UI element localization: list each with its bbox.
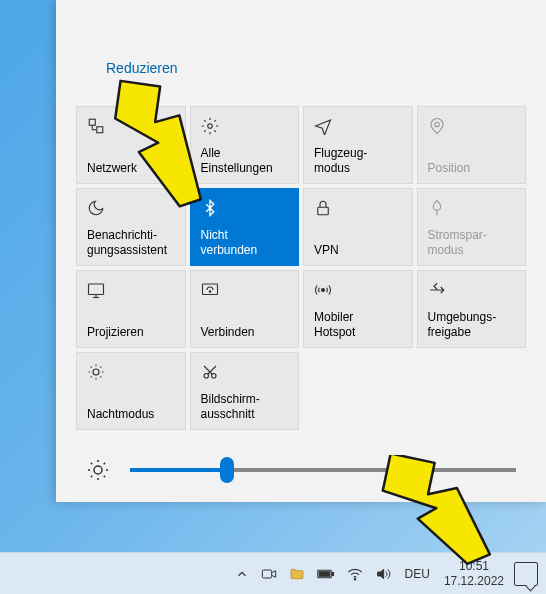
quick-action-tiles: Netzwerk Alle Einstellungen Flugzeug- mo… — [76, 106, 526, 430]
tile-project[interactable]: Projizieren — [76, 270, 186, 348]
action-center-panel: Reduzieren Netzwerk Alle Einstellungen F… — [56, 0, 546, 502]
svg-point-17 — [94, 466, 102, 474]
brightness-control — [76, 458, 526, 482]
tile-label: VPN — [314, 243, 402, 257]
tile-nearby-sharing[interactable]: Umgebungs- freigabe — [417, 270, 527, 348]
tile-label: Verbinden — [201, 325, 289, 339]
svg-rect-11 — [202, 284, 217, 295]
battery-icon[interactable] — [317, 567, 335, 581]
nearby-sharing-icon — [428, 279, 516, 301]
tile-label: Netzwerk — [87, 161, 175, 175]
svg-point-14 — [93, 369, 99, 375]
slider-fill — [130, 468, 227, 472]
svg-point-4 — [207, 124, 212, 129]
tile-label: Stromspar- modus — [428, 228, 516, 257]
tile-label: Alle Einstellungen — [201, 146, 289, 175]
tile-night-light[interactable]: Nachtmodus — [76, 352, 186, 430]
clock-time: 10:51 — [444, 559, 504, 573]
clock[interactable]: 10:51 17.12.2022 — [444, 559, 504, 588]
svg-rect-21 — [319, 571, 330, 576]
system-tray — [235, 566, 391, 582]
tray-overflow-icon[interactable] — [235, 567, 249, 581]
connect-icon — [201, 279, 289, 301]
brightness-slider[interactable] — [130, 468, 516, 472]
tile-battery-saver[interactable]: Stromspar- modus — [417, 188, 527, 266]
tile-all-settings[interactable]: Alle Einstellungen — [190, 106, 300, 184]
tile-screen-snip[interactable]: Bildschirm- ausschnitt — [190, 352, 300, 430]
hotspot-icon — [314, 279, 402, 301]
tile-mobile-hotspot[interactable]: Mobiler Hotspot — [303, 270, 413, 348]
tile-location[interactable]: Position — [417, 106, 527, 184]
svg-point-13 — [322, 289, 325, 292]
location-icon — [428, 115, 516, 137]
explorer-icon[interactable] — [289, 566, 305, 582]
gear-icon — [201, 115, 289, 137]
network-icon — [87, 115, 175, 137]
tile-network[interactable]: Netzwerk — [76, 106, 186, 184]
meet-now-icon[interactable] — [261, 566, 277, 582]
tile-airplane-mode[interactable]: Flugzeug- modus — [303, 106, 413, 184]
slider-thumb[interactable] — [220, 457, 234, 483]
tile-label: Projizieren — [87, 325, 175, 339]
tile-label: Mobiler Hotspot — [314, 310, 402, 339]
tile-label: Flugzeug- modus — [314, 146, 402, 175]
svg-rect-18 — [262, 570, 271, 578]
tile-vpn[interactable]: VPN — [303, 188, 413, 266]
night-light-icon — [87, 361, 175, 383]
tile-label: Benachrichti- gungsassistent — [87, 228, 175, 257]
svg-point-5 — [434, 122, 439, 127]
volume-icon[interactable] — [375, 566, 391, 582]
tile-label: Nachtmodus — [87, 407, 175, 421]
snip-icon — [201, 361, 289, 383]
action-center-button[interactable] — [514, 562, 538, 586]
bluetooth-icon — [201, 197, 289, 219]
brightness-icon — [86, 458, 110, 482]
tile-label: Bildschirm- ausschnitt — [201, 392, 289, 421]
tile-connect[interactable]: Verbinden — [190, 270, 300, 348]
language-indicator[interactable]: DEU — [401, 567, 434, 581]
project-icon — [87, 279, 175, 301]
battery-saver-icon — [428, 197, 516, 219]
svg-rect-8 — [89, 284, 104, 295]
svg-rect-20 — [332, 572, 334, 575]
svg-point-12 — [209, 291, 211, 293]
airplane-icon — [314, 115, 402, 137]
tile-bluetooth[interactable]: Nicht verbunden — [190, 188, 300, 266]
tile-focus-assist[interactable]: Benachrichti- gungsassistent — [76, 188, 186, 266]
svg-rect-0 — [89, 119, 95, 125]
tile-label: Umgebungs- freigabe — [428, 310, 516, 339]
reduce-link[interactable]: Reduzieren — [106, 60, 178, 76]
moon-icon — [87, 197, 175, 219]
tile-label: Nicht verbunden — [201, 228, 289, 257]
tile-label: Position — [428, 161, 516, 175]
clock-date: 17.12.2022 — [444, 574, 504, 588]
svg-point-22 — [354, 578, 355, 579]
wifi-icon[interactable] — [347, 566, 363, 582]
svg-rect-1 — [97, 127, 103, 133]
taskbar: DEU 10:51 17.12.2022 — [0, 552, 546, 594]
svg-rect-6 — [318, 207, 329, 215]
vpn-icon — [314, 197, 402, 219]
